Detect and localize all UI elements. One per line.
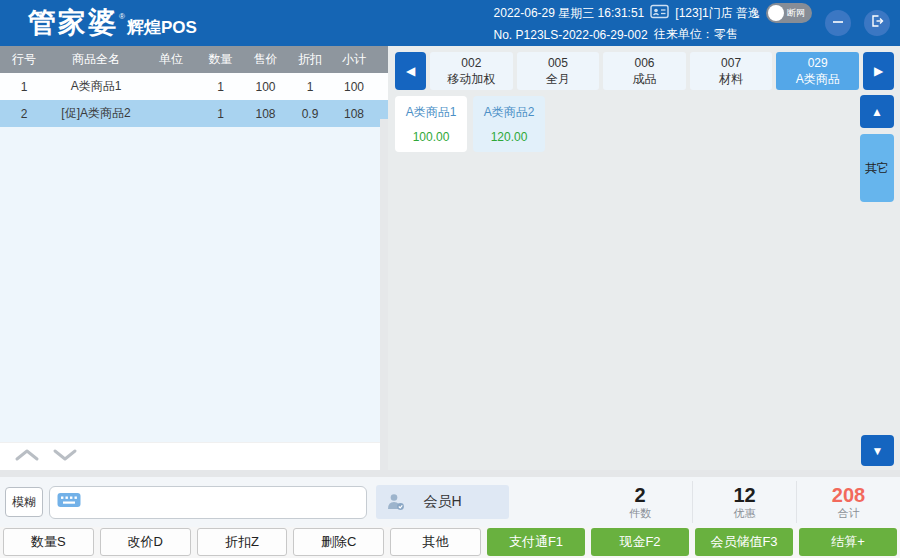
page-down-button[interactable]: ▼ xyxy=(861,435,894,466)
page-up-button[interactable]: ▲ xyxy=(860,95,894,128)
payment-button[interactable]: 会员储值F3 xyxy=(695,528,793,556)
cart-table-body: 1 A类商品1 1 100 1 100 2 [促]A类商品2 1 108 0.9… xyxy=(0,73,388,442)
cell-subtotal: 100 xyxy=(332,80,376,94)
app-logo: 管家婆 ® 辉煌POS xyxy=(28,9,197,37)
cart-row[interactable]: 1 A类商品1 1 100 1 100 xyxy=(0,73,388,100)
column-header: 售价 xyxy=(243,51,288,68)
column-header: 小计 xyxy=(332,51,376,68)
barcode-search-box xyxy=(49,486,367,519)
column-header: 数量 xyxy=(198,51,243,68)
order-number: No. P123LS-2022-06-29-002 xyxy=(494,28,648,42)
bottom-bar: 模糊 会员H 2 件数 12 优惠 208 xyxy=(0,470,900,527)
tabs-scroll-left-button[interactable]: ◀ xyxy=(395,52,426,90)
category-name: 材料 xyxy=(719,71,743,87)
minus-icon xyxy=(832,14,844,32)
store-badge-icon xyxy=(650,4,669,22)
category-code: 006 xyxy=(634,55,654,71)
tabs-scroll-right-button[interactable]: ▶ xyxy=(863,52,894,90)
table-scrollbar[interactable] xyxy=(380,119,388,488)
cell-subtotal: 108 xyxy=(332,107,376,121)
column-header: 商品全名 xyxy=(48,51,144,68)
keyboard-icon[interactable] xyxy=(57,492,81,512)
catalog-side-column: ▲ 其它 xyxy=(860,95,894,202)
action-button[interactable]: 折扣Z xyxy=(197,528,288,556)
category-tab[interactable]: 006 成品 xyxy=(603,52,686,90)
action-button[interactable]: 改价D xyxy=(100,528,191,556)
stat-block: 2 件数 xyxy=(588,481,692,523)
product-name: A类商品1 xyxy=(406,104,457,121)
right-triangle-icon: ▶ xyxy=(874,64,883,78)
cart-row[interactable]: 2 [促]A类商品2 1 108 0.9 108 xyxy=(0,100,388,127)
category-tab[interactable]: 007 材料 xyxy=(690,52,773,90)
product-grid: A类商品1 100.00 A类商品2 120.00 xyxy=(395,96,854,430)
category-tab-row: ◀ 002 移动加权 005 全月 006 成品 xyxy=(395,52,894,90)
product-name: A类商品2 xyxy=(484,104,535,121)
stat-value: 2 xyxy=(634,484,645,506)
header-right: 2022-06-29 星期三 16:31:51 [123]1门店 普逸 断网 N… xyxy=(494,3,890,43)
payment-button[interactable]: 现金F2 xyxy=(591,528,689,556)
action-button[interactable]: 数量S xyxy=(3,528,94,556)
stat-label: 件数 xyxy=(629,506,651,521)
action-button[interactable]: 删除C xyxy=(293,528,384,556)
cart-table-header: 行号商品全名单位数量售价折扣小计 xyxy=(0,46,388,73)
logo-product: 辉煌POS xyxy=(127,19,197,36)
toggle-knob-icon xyxy=(768,5,784,21)
payment-button[interactable]: 支付通F1 xyxy=(487,528,585,556)
column-header: 折扣 xyxy=(288,51,332,68)
stat-label: 优惠 xyxy=(734,506,756,521)
left-triangle-icon: ◀ xyxy=(406,64,415,78)
column-header: 单位 xyxy=(144,51,198,68)
catalog-panel: ◀ 002 移动加权 005 全月 006 成品 xyxy=(389,46,900,470)
stat-block: 12 优惠 xyxy=(692,481,796,523)
fuzzy-search-button[interactable]: 模糊 xyxy=(5,487,43,517)
cell-qty: 1 xyxy=(198,80,243,94)
category-name: 成品 xyxy=(632,71,656,87)
category-code: 029 xyxy=(808,55,828,71)
cell-price: 108 xyxy=(243,107,288,121)
cell-discount: 1 xyxy=(288,80,332,94)
category-code: 007 xyxy=(721,55,741,71)
cell-product-name: [促]A类商品2 xyxy=(48,105,144,122)
stat-label: 合计 xyxy=(838,506,860,521)
toggle-label: 断网 xyxy=(787,7,805,20)
action-button[interactable]: 其他 xyxy=(390,528,481,556)
barcode-input[interactable] xyxy=(87,495,359,510)
member-button[interactable]: 会员H xyxy=(376,485,509,519)
network-toggle[interactable]: 断网 xyxy=(766,3,812,23)
action-bar: 数量S改价D折扣Z删除C其他 支付通F1现金F2会员储值F3结算+ xyxy=(0,527,900,558)
payment-button[interactable]: 结算+ xyxy=(799,528,897,556)
session-info: 2022-06-29 星期三 16:31:51 [123]1门店 普逸 断网 N… xyxy=(494,3,812,43)
counterparty: 往来单位：零售 xyxy=(654,26,738,43)
cell-product-name: A类商品1 xyxy=(48,78,144,95)
stat-block: 208 合计 xyxy=(796,481,900,523)
category-name: 全月 xyxy=(546,71,570,87)
exit-button[interactable] xyxy=(864,10,890,36)
app-header: 管家婆 ® 辉煌POS 2022-06-29 星期三 16:31:51 [123… xyxy=(0,0,900,46)
minimize-button[interactable] xyxy=(825,10,851,36)
datetime-text: 2022-06-29 星期三 16:31:51 xyxy=(494,5,645,22)
scroll-up-icon[interactable] xyxy=(14,448,40,466)
stat-value: 208 xyxy=(832,484,865,506)
cart-pager xyxy=(0,442,388,470)
product-card[interactable]: A类商品2 120.00 xyxy=(473,96,545,152)
member-label: 会员H xyxy=(423,493,461,509)
category-tab[interactable]: 002 移动加权 xyxy=(430,52,513,90)
logo-brand: 管家婆 xyxy=(28,9,118,37)
edit-actions: 数量S改价D折扣Z删除C其他 xyxy=(3,528,481,556)
up-triangle-icon: ▲ xyxy=(871,105,883,119)
other-category-button[interactable]: 其它 xyxy=(860,134,894,202)
cell-discount: 0.9 xyxy=(288,107,332,121)
product-card[interactable]: A类商品1 100.00 xyxy=(395,96,467,152)
product-price: 100.00 xyxy=(413,130,450,144)
category-tab[interactable]: 005 全月 xyxy=(517,52,600,90)
category-name: 移动加权 xyxy=(447,71,495,87)
totals-area: 2 件数 12 优惠 208 合计 xyxy=(588,477,900,527)
cell-line-no: 1 xyxy=(0,80,48,94)
logout-icon xyxy=(870,14,884,32)
cell-price: 100 xyxy=(243,80,288,94)
product-price: 120.00 xyxy=(491,130,528,144)
column-header: 行号 xyxy=(0,51,48,68)
category-tab[interactable]: 029 A类商品 xyxy=(776,52,859,90)
scroll-down-icon[interactable] xyxy=(52,448,78,466)
pos-app: 管家婆 ® 辉煌POS 2022-06-29 星期三 16:31:51 [123… xyxy=(0,0,900,558)
